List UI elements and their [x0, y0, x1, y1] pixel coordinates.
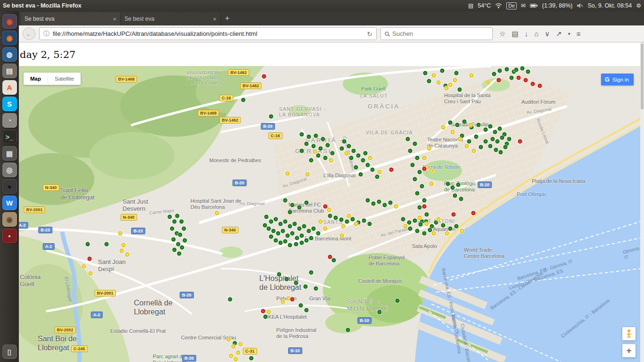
map-marker-green[interactable] [288, 243, 292, 247]
map-marker-green[interactable] [283, 198, 288, 203]
map-marker-green[interactable] [456, 183, 461, 187]
map-marker-yellow[interactable] [229, 354, 233, 358]
map-marker-yellow[interactable] [432, 231, 436, 236]
map-marker-green[interactable] [368, 222, 372, 226]
map-marker-green[interactable] [228, 297, 232, 302]
map-marker-green[interactable] [375, 175, 380, 179]
launcher-files-icon[interactable]: ▤ [2, 64, 17, 78]
map-marker-green[interactable] [299, 304, 303, 308]
map-marker-green[interactable] [309, 158, 314, 163]
map-marker-green[interactable] [183, 239, 187, 243]
map-marker-green[interactable] [351, 217, 355, 222]
map-marker-green[interactable] [305, 308, 309, 313]
map-marker-green[interactable] [499, 150, 503, 155]
map-marker-green[interactable] [448, 227, 453, 231]
map-marker-green[interactable] [418, 170, 422, 174]
map-marker-green[interactable] [356, 154, 361, 158]
url-bar[interactable]: ⓘ ↻ [39, 27, 377, 40]
map-marker-red[interactable] [471, 211, 476, 215]
map-marker-green[interactable] [170, 227, 174, 231]
map-marker-green[interactable] [321, 137, 325, 141]
map[interactable]: VALLVIDRERA, EL TIBIDABO I LES PLANESSAN… [19, 66, 640, 362]
launcher-disc-burner-icon[interactable]: ◎ [2, 163, 17, 177]
map-marker-red[interactable] [452, 213, 456, 217]
map-marker-green[interactable] [286, 234, 290, 238]
map-marker-green[interactable] [454, 224, 459, 229]
map-marker-yellow[interactable] [427, 147, 431, 151]
map-marker-green[interactable] [488, 124, 493, 129]
map-type-satellite-button[interactable]: Satellite [48, 73, 81, 85]
map-marker-green[interactable] [498, 69, 502, 73]
map-marker-green[interactable] [352, 149, 356, 153]
map-marker-green[interactable] [168, 215, 172, 219]
map-marker-green[interactable] [330, 151, 335, 156]
map-marker-green[interactable] [413, 177, 417, 181]
map-marker-yellow[interactable] [445, 231, 449, 236]
new-tab-button[interactable]: + [221, 11, 234, 25]
map-marker-green[interactable] [283, 220, 288, 224]
map-marker-yellow[interactable] [441, 125, 446, 130]
map-marker-yellow[interactable] [345, 151, 349, 156]
map-marker-green[interactable] [267, 227, 271, 231]
map-marker-green[interactable] [422, 198, 427, 203]
map-marker-green[interactable] [249, 356, 254, 361]
battery-icon[interactable] [530, 3, 538, 8]
map-type-map-button[interactable]: Map [24, 73, 48, 85]
map-marker-yellow[interactable] [425, 222, 429, 226]
map-marker-yellow[interactable] [437, 81, 441, 85]
map-marker-yellow[interactable] [458, 137, 462, 141]
map-marker-yellow[interactable] [120, 249, 124, 253]
launcher-firefox-icon[interactable]: ◉ [2, 31, 17, 45]
map-marker-green[interactable] [302, 224, 306, 229]
map-marker-green[interactable] [396, 299, 400, 303]
map-marker-green[interactable] [474, 135, 479, 139]
map-marker-green[interactable] [300, 234, 304, 238]
map-marker-green[interactable] [363, 151, 368, 156]
map-marker-green[interactable] [510, 76, 514, 80]
map-marker-green[interactable] [493, 130, 497, 134]
map-marker-green[interactable] [428, 228, 432, 232]
map-marker-green[interactable] [305, 142, 309, 146]
map-marker-green[interactable] [366, 163, 370, 167]
map-marker-green[interactable] [383, 203, 387, 207]
map-marker-red[interactable] [518, 140, 522, 144]
map-marker-green[interactable] [492, 72, 496, 76]
map-marker-green[interactable] [264, 315, 268, 319]
map-marker-green[interactable] [288, 210, 292, 214]
map-marker-green[interactable] [300, 132, 304, 137]
map-marker-yellow[interactable] [122, 243, 126, 247]
map-marker-green[interactable] [413, 142, 417, 146]
map-marker-green[interactable] [366, 198, 370, 203]
map-marker-green[interactable] [342, 140, 347, 144]
map-marker-red[interactable] [422, 167, 427, 171]
launcher-trash-icon[interactable]: ▯ [2, 345, 17, 359]
map-marker-green[interactable] [441, 223, 446, 228]
map-marker-green[interactable] [359, 173, 363, 177]
session-gear-icon[interactable]: ⚙ [636, 2, 641, 9]
map-marker-green[interactable] [316, 231, 321, 236]
map-marker-green[interactable] [173, 248, 177, 252]
map-marker-green[interactable] [408, 149, 413, 153]
map-marker-green[interactable] [520, 66, 525, 71]
map-marker-green[interactable] [378, 310, 382, 314]
launcher-terminal-icon[interactable]: >_ [2, 130, 17, 144]
map-marker-green[interactable] [413, 219, 417, 223]
map-marker-green[interactable] [514, 68, 519, 72]
launcher-browser-app-icon[interactable]: ◍ [2, 47, 17, 62]
map-marker-green[interactable] [406, 137, 410, 141]
map-marker-green[interactable] [323, 156, 328, 160]
map-marker-green[interactable] [305, 239, 309, 243]
sign-in-button[interactable]: G Sign in [601, 74, 634, 85]
map-marker-green[interactable] [345, 220, 349, 224]
map-marker-green[interactable] [86, 242, 90, 247]
map-marker-green[interactable] [293, 222, 297, 226]
map-marker-green[interactable] [346, 328, 350, 332]
map-marker-yellow[interactable] [445, 86, 449, 90]
map-marker-green[interactable] [178, 233, 182, 237]
map-marker-green[interactable] [297, 206, 302, 210]
launcher-image-editor-icon[interactable]: ◉ [2, 212, 17, 227]
map-marker-yellow[interactable] [239, 342, 243, 346]
map-marker-green[interactable] [408, 227, 413, 231]
map-marker-green[interactable] [304, 285, 308, 289]
map-marker-red[interactable] [422, 205, 427, 209]
